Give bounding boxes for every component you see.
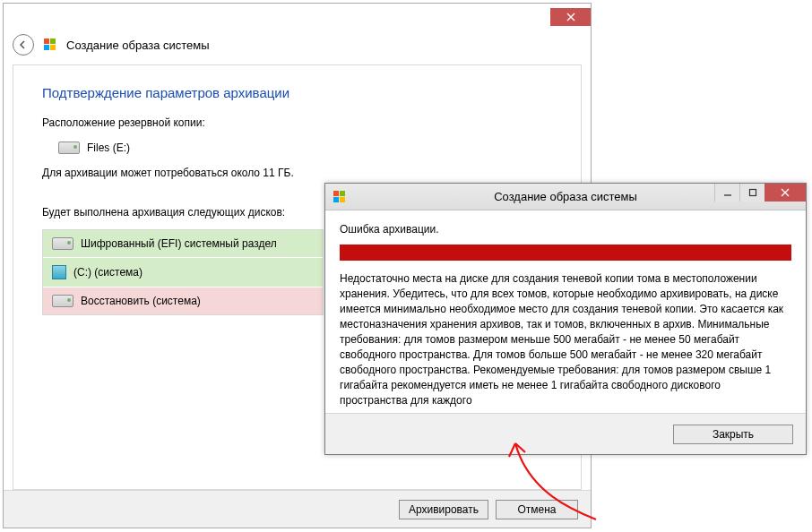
error-footer: Закрыть — [325, 413, 806, 454]
close-icon — [781, 188, 790, 197]
maximize-button[interactable] — [739, 184, 764, 202]
close-icon — [566, 13, 575, 21]
disk-name: Восстановить (система) — [81, 295, 201, 307]
svg-rect-0 — [749, 190, 756, 196]
backup-location: Files (E:) — [42, 138, 552, 158]
error-progress-bar — [340, 245, 791, 261]
wizard-close-button[interactable] — [550, 8, 591, 26]
disk-item: Восстановить (система) — [43, 287, 323, 314]
error-message: Недостаточно места на диске для создания… — [340, 271, 791, 408]
location-label: Расположение резервной копии: — [42, 116, 552, 129]
hdd-icon — [52, 295, 73, 307]
error-body: Ошибка архивации. Недостаточно места на … — [325, 210, 806, 414]
wizard-footer: Архивировать Отмена — [4, 490, 591, 528]
wizard-header: Создание образа системы — [4, 30, 591, 59]
disk-name: (C:) (система) — [73, 266, 143, 279]
disk-item: Шифрованный (EFI) системный раздел — [43, 230, 323, 258]
back-button[interactable] — [13, 34, 34, 56]
disk-name: Шифрованный (EFI) системный раздел — [81, 237, 277, 250]
section-title: Подтверждение параметров архивации — [42, 85, 552, 100]
minimize-button[interactable] — [714, 184, 739, 202]
maximize-icon — [748, 188, 757, 197]
app-icon — [43, 38, 57, 52]
error-dialog: Создание образа системы Ошибка архивации… — [324, 183, 807, 455]
error-heading: Ошибка архивации. — [340, 223, 791, 236]
disks-list: Шифрованный (EFI) системный раздел (C:) … — [42, 229, 324, 315]
error-close-button[interactable] — [764, 184, 806, 202]
minimize-icon — [723, 188, 732, 197]
hdd-icon — [58, 142, 80, 154]
app-icon — [333, 190, 347, 204]
location-value: Files (E:) — [87, 142, 130, 154]
size-estimate: Для архивации может потребоваться около … — [42, 167, 552, 179]
windows-logo-icon — [52, 265, 66, 279]
error-titlebar: Создание образа системы — [325, 184, 806, 210]
wizard-title: Создание образа системы — [66, 39, 210, 52]
disk-item: (C:) (система) — [43, 258, 323, 287]
window-controls — [714, 184, 806, 202]
wizard-titlebar — [4, 4, 591, 30]
cancel-button[interactable]: Отмена — [496, 500, 578, 519]
hdd-icon — [52, 237, 73, 250]
close-button[interactable]: Закрыть — [673, 425, 793, 444]
arrow-left-icon — [18, 39, 29, 50]
archive-button[interactable]: Архивировать — [399, 500, 488, 519]
